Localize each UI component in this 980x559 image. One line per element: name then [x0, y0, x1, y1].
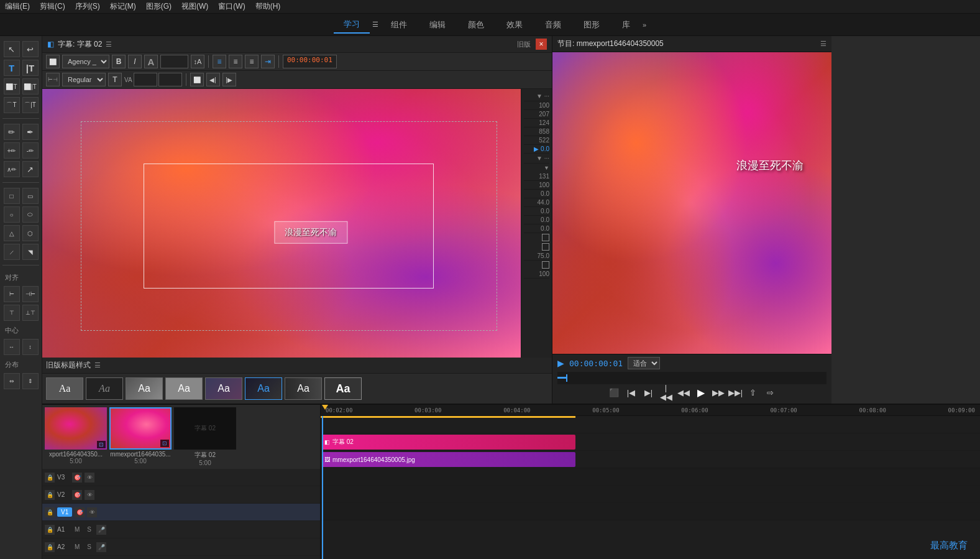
trapezoid-tool[interactable]: ⬡: [22, 225, 39, 241]
tab-library[interactable]: 库: [612, 17, 640, 33]
menu-item-view[interactable]: 视图(W): [181, 1, 208, 12]
close-title-panel-button[interactable]: ×: [536, 39, 547, 50]
kerning-input[interactable]: 0.0: [158, 73, 182, 86]
menu-item-clip[interactable]: 剪辑(C): [40, 1, 65, 12]
lift-btn[interactable]: ⇧: [746, 386, 760, 399]
font-family-select[interactable]: Agency _: [62, 55, 109, 68]
v1-target-btn[interactable]: V1: [57, 507, 72, 517]
play-btn[interactable]: ▶: [694, 386, 708, 399]
dist-h[interactable]: ⇔: [4, 373, 20, 389]
toggle-arrow-2[interactable]: ▼ ···: [524, 154, 549, 164]
extract-btn[interactable]: ⇨: [764, 386, 777, 399]
prop-checkbox[interactable]: [542, 234, 549, 241]
style-thumb-8[interactable]: Aa: [324, 377, 362, 400]
line-tool[interactable]: ⟋: [4, 244, 20, 260]
expand-arrow[interactable]: ▶ 0.0: [524, 145, 549, 154]
rewind-btn[interactable]: ◀◀: [677, 386, 690, 399]
align-vcenter[interactable]: ⊥⊤: [22, 305, 39, 321]
audio-next-btn[interactable]: |▶: [222, 73, 236, 86]
mark-in-btn[interactable]: ⬛: [607, 386, 621, 399]
track-v1-lock[interactable]: 🔒: [45, 507, 55, 517]
menu-item-help[interactable]: 帮助(H): [255, 1, 281, 12]
dist-v[interactable]: ⇕: [22, 373, 39, 389]
toggle-arrow-3[interactable]: ▼: [524, 164, 549, 172]
fit-selector[interactable]: 适合: [628, 357, 660, 369]
path-vtext-tool[interactable]: ⌒|T: [22, 97, 39, 113]
area-vtext-tool[interactable]: ⬜|T: [22, 78, 39, 95]
font-size-input[interactable]: 131.0: [160, 55, 188, 68]
goto-in-btn[interactable]: |◀◀: [659, 386, 673, 399]
step-back-btn[interactable]: |◀: [625, 386, 638, 399]
fast-fwd-btn[interactable]: ▶▶: [712, 386, 725, 399]
align-top[interactable]: ⊤: [4, 305, 20, 321]
style-thumb-7[interactable]: Aa: [285, 377, 322, 400]
track-v3-lock[interactable]: 🔒: [45, 473, 55, 483]
add-anchor-tool[interactable]: +✏: [4, 142, 20, 159]
track-a1-lock[interactable]: 🔒: [45, 525, 55, 535]
track-v2-eye[interactable]: 👁: [85, 490, 94, 500]
thumb-2[interactable]: ⊡ mmexport16464035... 5:00: [109, 407, 172, 466]
audio-prev-btn[interactable]: ◀|: [206, 73, 220, 86]
goto-out-btn[interactable]: ▶▶|: [729, 386, 743, 399]
style-thumb-6[interactable]: Aa: [245, 377, 282, 400]
text-box-icon[interactable]: ⬜: [190, 73, 204, 86]
convert-anchor-tool[interactable]: ∧✏: [4, 161, 20, 177]
track-a2-lock[interactable]: 🔒: [45, 542, 55, 552]
tab-stop-btn[interactable]: ⇥: [261, 55, 275, 68]
align-center-btn[interactable]: ≡: [229, 55, 242, 68]
text-tool[interactable]: T: [4, 60, 20, 76]
style-thumb-1[interactable]: Aa: [46, 377, 83, 400]
menu-item-window[interactable]: 窗口(W): [218, 1, 245, 12]
clip-v2[interactable]: ◧ 字幕 02: [322, 435, 575, 450]
style-thumb-2[interactable]: Aa: [86, 377, 123, 400]
smooth-pen-tool[interactable]: ✒: [22, 124, 39, 140]
track-v1-eye[interactable]: 👁: [87, 507, 97, 517]
font-bold-btn[interactable]: B: [112, 55, 126, 68]
font-italic-btn[interactable]: I: [128, 55, 142, 68]
center-h[interactable]: ↔: [4, 339, 20, 355]
track-v3-target[interactable]: 🎯: [72, 473, 82, 483]
track-a2-mic[interactable]: 🎤: [96, 542, 106, 552]
tab-effects[interactable]: 效果: [497, 17, 533, 33]
area-text-tool[interactable]: ⬜T: [4, 78, 20, 95]
font-style-icon[interactable]: ⬜: [46, 55, 60, 68]
rect-tool[interactable]: □: [4, 188, 20, 204]
align-left[interactable]: ⊢: [4, 286, 20, 302]
clip-v1[interactable]: 🖼 mmexport1646404350005.jpg: [322, 452, 575, 467]
thumb-1[interactable]: ⊡ xport1646404350... 5:00: [45, 407, 107, 466]
tab-learn[interactable]: 学习: [334, 16, 370, 34]
tab-color[interactable]: 颜色: [458, 17, 494, 33]
font-style-select[interactable]: Regular: [62, 73, 106, 86]
triangle-tool[interactable]: △: [4, 225, 20, 241]
pen-tool[interactable]: ✏: [4, 124, 20, 140]
step-forward-btn[interactable]: ▶|: [642, 386, 656, 399]
style-thumb-4[interactable]: Aa: [165, 377, 203, 400]
track-v3-eye[interactable]: 👁: [85, 473, 94, 483]
circle-tool[interactable]: ○: [4, 206, 20, 223]
menu-item-marker[interactable]: 标记(M): [110, 1, 136, 12]
menu-item-edit[interactable]: 编辑(E): [5, 1, 30, 12]
align-hcenter[interactable]: ⊣⊢: [22, 286, 39, 302]
menu-item-graphic[interactable]: 图形(G): [146, 1, 172, 12]
tab-edit[interactable]: 编辑: [419, 17, 456, 33]
ellipse-tool[interactable]: ⬭: [22, 206, 39, 223]
toggle-arrow-1[interactable]: ▼ ···: [524, 91, 549, 101]
right-panel-menu[interactable]: ☰: [820, 40, 827, 48]
track-v2-target[interactable]: 🎯: [72, 490, 82, 500]
pointer-tool[interactable]: ↗: [22, 161, 39, 177]
menu-item-sequence[interactable]: 序列(S): [75, 1, 100, 12]
playbar[interactable]: [557, 372, 827, 384]
remove-anchor-tool[interactable]: -✏: [22, 142, 39, 159]
font-scale-icon[interactable]: ↕A: [191, 55, 204, 68]
tab-audio[interactable]: 音频: [535, 17, 571, 33]
tab-graphics[interactable]: 图形: [574, 17, 610, 33]
track-a1-mic[interactable]: 🎤: [96, 525, 106, 535]
style-thumb-3[interactable]: Aa: [126, 377, 163, 400]
style-thumb-5[interactable]: Aa: [205, 377, 242, 400]
round-rect-tool[interactable]: ▭: [22, 188, 39, 204]
path-text-tool[interactable]: ⌒T: [4, 97, 20, 113]
wedge-tool[interactable]: ◥: [22, 244, 39, 260]
styles-menu-icon[interactable]: ☰: [94, 361, 101, 369]
align-left-btn[interactable]: ≡: [213, 55, 226, 68]
center-v[interactable]: ↕: [22, 339, 39, 355]
